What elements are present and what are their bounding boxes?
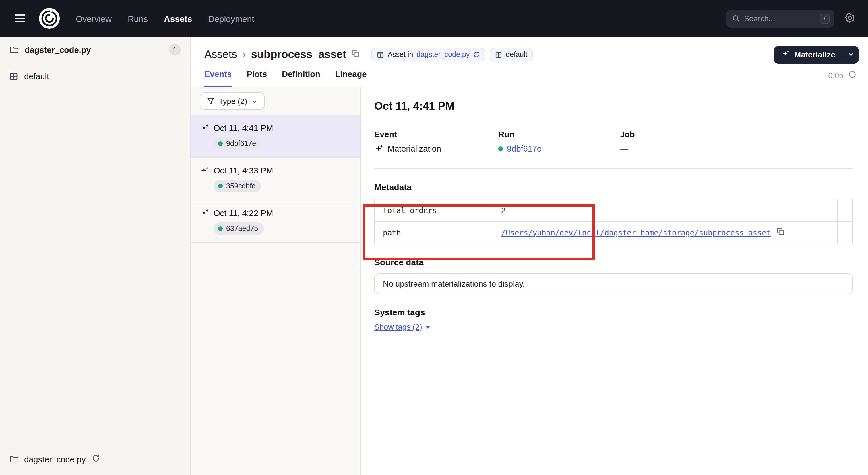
materialize-dropdown-button[interactable] — [843, 46, 859, 63]
type-filter-label: Type (2) — [219, 97, 247, 106]
settings-button[interactable] — [843, 11, 857, 26]
refresh-button[interactable] — [848, 70, 857, 81]
primary-nav: Overview Runs Assets Deployment — [76, 13, 254, 23]
dagster-logo[interactable] — [38, 7, 61, 30]
show-tags-label: Show tags (2) — [374, 323, 422, 331]
run-id-badge[interactable]: 359cdbfc — [214, 180, 261, 192]
grid-icon — [495, 51, 502, 58]
event-timestamp: Oct 11, 4:22 PM — [214, 208, 273, 218]
breadcrumb-assets-link[interactable]: Assets — [205, 48, 237, 61]
source-data-section-title: Source data — [374, 257, 853, 267]
sidebar-item-code-location[interactable]: dagster_code.py 1 — [0, 37, 190, 63]
show-tags-link[interactable]: Show tags (2) — [374, 323, 431, 331]
job-column: Job — — [620, 130, 635, 153]
sidebar-footer-code-location[interactable]: dagster_code.py — [0, 443, 190, 475]
folder-icon — [9, 45, 19, 55]
dagster-app: Overview Runs Assets Deployment / — [0, 0, 868, 475]
table-row: total_orders 2 — [375, 199, 852, 221]
materialize-label: Materialize — [794, 50, 835, 59]
sidebar-item-label: dagster_code.py — [25, 45, 91, 54]
folder-icon — [9, 454, 19, 464]
materialize-button-group: Materialize — [774, 46, 859, 63]
run-id-label: 359cdbfc — [226, 182, 255, 190]
run-status-dot — [218, 141, 223, 146]
event-column-label: Event — [374, 130, 498, 139]
copy-icon — [351, 50, 360, 60]
page-title-asset-name: subprocess_asset — [251, 48, 346, 61]
gear-icon — [844, 12, 856, 25]
tab-definition[interactable]: Definition — [282, 69, 320, 87]
job-column-label: Job — [620, 130, 635, 139]
body-row: dagster_code.py 1 default dagster_code.p… — [0, 37, 868, 475]
nav-item-assets[interactable]: Assets — [164, 13, 192, 23]
job-value: — — [620, 144, 635, 153]
run-status-dot — [218, 226, 223, 231]
metadata-actions-cell — [838, 222, 854, 243]
run-id-badge[interactable]: 9dbf617e — [214, 137, 262, 150]
event-list-item[interactable]: Oct 11, 4:41 PM 9dbf617e — [191, 115, 360, 158]
copy-icon — [776, 228, 784, 238]
filter-bar: Type (2) — [191, 87, 360, 115]
run-id-label: 637aed75 — [226, 225, 258, 233]
run-id-badge[interactable]: 637aed75 — [214, 222, 264, 235]
chevron-down-icon — [251, 98, 257, 104]
content-row: Type (2) Oct 11, 4:41 PM — [191, 87, 868, 475]
hamburger-menu-icon[interactable] — [12, 12, 28, 25]
tab-plots[interactable]: Plots — [247, 69, 267, 87]
refresh-icon — [848, 70, 857, 81]
nav-item-runs[interactable]: Runs — [128, 13, 148, 23]
run-link[interactable]: 9dbf617e — [507, 144, 541, 153]
refresh-icon[interactable] — [473, 51, 480, 58]
run-column: Run 9dbf617e — [498, 130, 620, 153]
reload-location-button[interactable] — [92, 454, 100, 464]
table-row: path /Users/yuhan/dev/local/dagster_home… — [375, 221, 852, 243]
dagster-logo-icon — [38, 7, 60, 29]
event-timestamp: Oct 11, 4:41 PM — [214, 123, 273, 133]
materialization-sparkle-icon — [374, 144, 383, 153]
event-type-value: Materialization — [388, 144, 441, 153]
sidebar-footer-label: dagster_code.py — [24, 455, 86, 464]
search-box[interactable]: / — [726, 9, 834, 27]
event-list-item[interactable]: Oct 11, 4:22 PM 637aed75 — [191, 201, 360, 243]
run-status-dot — [498, 146, 503, 151]
divider — [374, 168, 853, 169]
event-detail-panel: Oct 11, 4:41 PM Event Materialization — [361, 87, 868, 475]
tab-lineage[interactable]: Lineage — [335, 69, 367, 87]
group-tag[interactable]: default — [490, 48, 532, 61]
materialization-sparkle-icon — [200, 208, 209, 218]
tabs-bar: Events Plots Definition Lineage 0:05 — [191, 64, 868, 87]
event-detail-title: Oct 11, 4:41 PM — [374, 100, 853, 113]
path-link[interactable]: /Users/yuhan/dev/local/dagster_home/stor… — [501, 228, 771, 237]
refresh-timer-value: 0:05 — [828, 71, 843, 80]
topnav-right-section: / — [726, 9, 857, 27]
nav-item-overview[interactable]: Overview — [76, 13, 112, 23]
metadata-section-title: Metadata — [374, 182, 853, 192]
table-icon — [377, 51, 384, 58]
event-timestamp: Oct 11, 4:33 PM — [214, 166, 273, 175]
copy-path-button[interactable] — [776, 228, 784, 238]
search-input[interactable] — [744, 14, 820, 23]
metadata-actions-cell — [838, 199, 854, 221]
sidebar-item-default-group[interactable]: default — [0, 63, 190, 90]
system-tags-section-title: System tags — [374, 307, 853, 317]
asset-location-link[interactable]: dagster_code.py — [416, 51, 470, 59]
materialize-button[interactable]: Materialize — [774, 46, 843, 63]
run-status-dot — [218, 184, 223, 188]
metadata-table: total_orders 2 path /Users/yuhan/dev/loc… — [374, 199, 853, 244]
event-column: Event Materialization — [374, 130, 498, 153]
sidebar-item-label: default — [24, 72, 49, 81]
filter-funnel-icon — [207, 97, 215, 105]
refresh-timer: 0:05 — [828, 70, 857, 87]
run-id-label: 9dbf617e — [226, 140, 256, 148]
breadcrumb-separator: › — [242, 48, 246, 61]
copy-asset-name-button[interactable] — [350, 48, 361, 61]
materialize-sparkle-icon — [782, 50, 790, 60]
materialization-sparkle-icon — [200, 123, 209, 133]
refresh-icon — [92, 454, 100, 464]
nav-item-deployment[interactable]: Deployment — [208, 13, 254, 23]
asset-location-tag[interactable]: Asset in dagster_code.py — [371, 48, 485, 61]
type-filter-button[interactable]: Type (2) — [200, 92, 265, 110]
tab-events[interactable]: Events — [205, 69, 231, 87]
run-column-label: Run — [498, 130, 620, 139]
event-list-item[interactable]: Oct 11, 4:33 PM 359cdbfc — [191, 158, 360, 201]
